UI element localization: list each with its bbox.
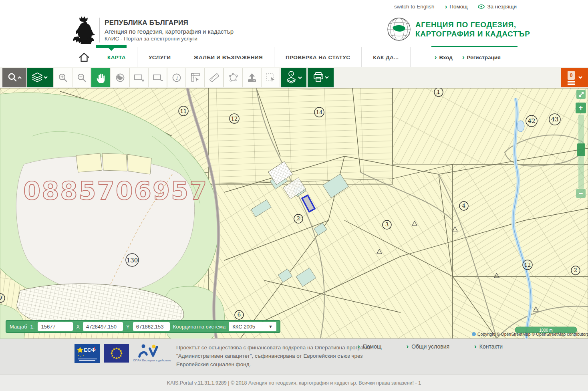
- main-navigation: КАРТА УСЛУГИ ЖАЛБИ И ВЪЗРАЖЕНИЯ ПРОВЕРКА…: [0, 47, 588, 67]
- cart-counter-button[interactable]: 0: [561, 68, 588, 87]
- zoom-in-tool-button[interactable]: [53, 68, 72, 87]
- accessibility-link[interactable]: За незрящи: [478, 4, 517, 10]
- opak-logo: ОПАК Експерти в действие: [133, 344, 171, 362]
- help-link[interactable]: ›Помощ: [445, 4, 468, 10]
- pan-tool-button[interactable]: [91, 68, 110, 87]
- kais-portal: switch to English ›Помощ За незрящи РЕПУ…: [0, 0, 588, 391]
- lion-coat-of-arms-icon: [72, 16, 95, 44]
- print-tool-button[interactable]: [308, 68, 334, 87]
- scale-prefix: 1:: [30, 324, 35, 330]
- measure-coordinates-tool-button[interactable]: [186, 68, 205, 87]
- y-coordinate-input[interactable]: [133, 322, 170, 331]
- zoom-in-icon: [58, 73, 68, 83]
- zoom-box-out-tool-button[interactable]: [148, 68, 167, 87]
- upload-tool-button[interactable]: [242, 68, 261, 87]
- switch-language-label: switch to English: [394, 4, 435, 10]
- svg-text:i: i: [175, 75, 177, 81]
- zoom-in-button[interactable]: +: [576, 103, 586, 113]
- republic-title: РЕПУБЛИКА БЪЛГАРИЯ: [105, 19, 234, 27]
- tab-kak-da[interactable]: КАК ДА...: [362, 47, 410, 67]
- footer-funding-text: Проектът се осъществява с финансовата по…: [176, 343, 370, 369]
- agency-title: Агенция по геодезия, картография и кадас…: [105, 28, 234, 35]
- search-tool-button[interactable]: [2, 68, 26, 87]
- footer-help-link[interactable]: ›Помощ: [358, 343, 381, 350]
- layer-info-icon: [284, 71, 303, 85]
- zoom-out-icon: [77, 73, 87, 83]
- header-divider: [99, 18, 100, 42]
- svg-text:9: 9: [0, 295, 2, 301]
- upload-icon: [246, 72, 258, 83]
- cadastral-basemap: 1111214424323412261309 0885706957 1000 m…: [0, 88, 588, 339]
- measure-area-tool-button[interactable]: [224, 68, 242, 87]
- header: РЕПУБЛИКА БЪЛГАРИЯ Агенция по геодезия, …: [0, 14, 588, 47]
- esf-logo: ЕСФ: [75, 344, 100, 363]
- layer-info-tool-button[interactable]: [281, 68, 306, 87]
- tab-zhalbi[interactable]: ЖАЛБИ И ВЪЗРАЖЕНИЯ: [182, 47, 274, 67]
- chevron-right-icon: ›: [358, 345, 360, 349]
- copyright-bar: KAIS.Portal v.11.31.1.9289 | © 2018 Аген…: [0, 375, 588, 391]
- x-label: X: [76, 324, 80, 330]
- layers-tool-button[interactable]: [27, 68, 53, 87]
- chevron-right-icon: ›: [435, 55, 437, 59]
- svg-text:43: 43: [551, 116, 558, 123]
- portal-title: КАИС - Портал за електронни услуги: [105, 36, 234, 42]
- select-tool-button[interactable]: [261, 68, 280, 87]
- list-counter-icon: 0: [564, 70, 584, 85]
- footer-help-label: Помощ: [363, 343, 382, 350]
- accessibility-label: За незрящи: [487, 4, 517, 10]
- zoom-slider-handle[interactable]: [577, 143, 585, 156]
- svg-text:6: 6: [238, 312, 241, 318]
- map-viewport[interactable]: 1111214424323412261309 0885706957 1000 m…: [0, 88, 588, 339]
- login-link[interactable]: ›Вход: [435, 54, 453, 60]
- rectangle-minus-icon: [152, 73, 163, 83]
- zoom-box-in-tool-button[interactable]: [129, 68, 148, 87]
- svg-text:2: 2: [574, 267, 577, 273]
- crs-value: ККС 2005: [232, 324, 255, 330]
- printer-icon: [312, 71, 330, 84]
- y-label: Y: [126, 324, 130, 330]
- home-icon: [79, 52, 90, 62]
- eye-icon: [478, 4, 485, 9]
- register-link[interactable]: ›Регистрация: [462, 54, 501, 60]
- zoom-out-button[interactable]: −: [576, 189, 586, 198]
- polygon-icon: [228, 73, 239, 83]
- svg-text:42: 42: [528, 117, 535, 125]
- svg-text:1: 1: [437, 89, 440, 95]
- chevron-right-icon: ›: [445, 5, 447, 9]
- agency-logo-line2: КАРТОГРАФИЯ И КАДАСТЪР: [415, 29, 530, 38]
- globe-icon: [115, 73, 125, 83]
- svg-text:11: 11: [180, 108, 187, 114]
- footer-terms-label: Общи условия: [411, 343, 449, 350]
- crs-select[interactable]: ККС 2005 ▼: [229, 322, 276, 331]
- footer-terms-link[interactable]: ›Общи условия: [406, 343, 449, 350]
- state-logo: РЕПУБЛИКА БЪЛГАРИЯ Агенция по геодезия, …: [72, 16, 234, 44]
- tab-proverka-status[interactable]: ПРОВЕРКА НА СТАТУС: [274, 47, 362, 67]
- esf-label: ЕСФ: [84, 347, 95, 353]
- svg-text:12: 12: [231, 116, 238, 122]
- chevron-right-icon: ›: [462, 55, 465, 59]
- globe-extent-tool-button[interactable]: [111, 68, 129, 87]
- search-icon: [7, 72, 22, 84]
- rectangle-plus-icon: [133, 73, 145, 83]
- switch-language-link[interactable]: switch to English: [394, 4, 435, 10]
- tab-karta[interactable]: КАРТА: [96, 47, 137, 67]
- x-coordinate-input[interactable]: [83, 322, 123, 331]
- footer: ЕСФ: [0, 339, 588, 375]
- measure-distance-tool-button[interactable]: [205, 68, 224, 87]
- chevron-down-icon: ▼: [268, 324, 273, 329]
- funding-line1: Проектът се осъществява с финансовата по…: [176, 343, 370, 352]
- svg-text:130: 130: [127, 257, 138, 264]
- zoom-out-tool-button[interactable]: [72, 68, 91, 87]
- home-button[interactable]: [72, 47, 96, 67]
- crs-label: Координатна система: [173, 324, 226, 330]
- footer-contacts-link[interactable]: ›Контакти: [474, 343, 503, 350]
- chevron-right-icon: ›: [474, 345, 477, 349]
- scale-input[interactable]: [38, 322, 73, 331]
- info-tool-button[interactable]: i: [167, 68, 186, 87]
- fullscreen-button[interactable]: [576, 90, 586, 99]
- tab-uslugi[interactable]: УСЛУГИ: [137, 47, 182, 67]
- counter-value: 0: [570, 72, 572, 78]
- scale-label: Мащаб: [10, 324, 27, 330]
- selection-cursor-icon: [265, 72, 276, 83]
- agency-logo: АГЕНЦИЯ ПО ГЕОДЕЗИЯ, КАРТОГРАФИЯ И КАДАС…: [387, 17, 530, 42]
